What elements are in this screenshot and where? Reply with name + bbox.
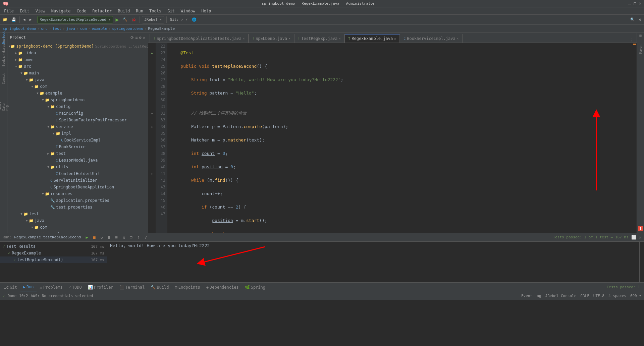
fold-icon-34[interactable]: ◇	[151, 125, 153, 128]
tree-item-config[interactable]: ▼ 📁 config	[7, 103, 148, 110]
close-button[interactable]: ✕	[639, 1, 641, 6]
project-close-icon[interactable]: ✕	[143, 35, 145, 40]
bottom-tab-git[interactable]: ⎇ Git	[1, 283, 20, 291]
run-tree-testreplacesecond[interactable]: ✓ testReplaceSecond() 167 ms	[0, 256, 107, 263]
tree-item-utils[interactable]: ▼ 📁 utils	[7, 164, 148, 170]
run-filter-btn[interactable]: ⊐	[128, 234, 135, 241]
tree-item-com-test[interactable]: ▼ 📁 com	[7, 224, 148, 231]
tree-item-java-main[interactable]: ▼ 📁 java	[7, 76, 148, 83]
fold-icon-32[interactable]: ◇	[151, 112, 153, 115]
run-tree-regexexample[interactable]: ✓ RegexExample 167 ms	[0, 250, 107, 256]
tree-item-test-folder[interactable]: ▶ 📁 test	[7, 150, 148, 157]
path-test[interactable]: test	[52, 26, 61, 31]
menu-file[interactable]: File	[1, 8, 16, 14]
tree-item-com-main[interactable]: ▼ 📁 com	[7, 83, 148, 90]
menu-help[interactable]: Help	[199, 8, 214, 14]
menu-navigate[interactable]: Navigate	[49, 8, 73, 14]
toolbar-forward-btn[interactable]: ▶	[28, 16, 33, 23]
project-layout-icon[interactable]: ≡	[135, 35, 138, 40]
menu-edit[interactable]: Edit	[17, 8, 32, 14]
toolbar-jrebel-config[interactable]: JRebel ▾	[142, 16, 164, 23]
tab-springbootdemoapplicationtests[interactable]: T SpringbootDemoApplicationTests.java ✕	[150, 34, 249, 43]
tree-item-mvn[interactable]: ▶ 📁 .mvn	[7, 56, 148, 63]
bottom-tab-build[interactable]: 🔨 Build	[148, 283, 171, 291]
statusbar-event-log[interactable]: Event Log	[521, 294, 541, 298]
tab-close-bookserviceimpl[interactable]: ✕	[457, 37, 459, 40]
menu-code[interactable]: Code	[74, 8, 89, 14]
run-rebuild-btn[interactable]: ↺	[98, 234, 105, 241]
menu-run[interactable]: Run	[133, 8, 146, 14]
run-maximize-btn[interactable]: ⬜	[631, 235, 636, 240]
menu-git[interactable]: Git	[165, 8, 177, 14]
tabs-more-btn[interactable]: ⋮	[629, 38, 635, 43]
statusbar-jrebel-console[interactable]: JRebel Console	[545, 294, 577, 298]
run-tree-testresults[interactable]: ✓ Test Results 167 ms	[0, 243, 107, 250]
tree-item-idea[interactable]: ▶ 📁 .idea	[7, 50, 148, 56]
menu-tools[interactable]: Tools	[147, 8, 164, 14]
minimize-button[interactable]: —	[628, 1, 631, 6]
tree-item-main[interactable]: ▼ 📁 main	[7, 70, 148, 76]
tree-item-resources[interactable]: ▼ 📁 resources	[7, 190, 148, 197]
project-filter-icon[interactable]: ⚙	[139, 35, 142, 40]
tree-item-springbootdemoapplication[interactable]: C SpringbootDemoApplication	[7, 184, 148, 190]
toolbar-settings-btn[interactable]: ⚙	[638, 16, 643, 23]
tree-item-example-test[interactable]: ▼ 📁 example	[7, 231, 148, 233]
run-tree-btn[interactable]: ⊞	[113, 234, 120, 241]
tree-item-bookservice[interactable]: I BookService	[7, 143, 148, 150]
path-com[interactable]: com	[80, 26, 87, 31]
statusbar-crlf[interactable]: CRLF	[580, 294, 589, 298]
bottom-tab-problems[interactable]: ⚠ Problems	[37, 283, 65, 291]
run-scrollbar[interactable]	[639, 242, 644, 282]
tree-item-impl[interactable]: ▼ 📁 impl	[7, 130, 148, 137]
sidebar-commit-icon[interactable]: Commit	[0, 75, 7, 82]
toolbar-project-btn[interactable]: 📁	[1, 16, 9, 23]
toolbar-run-config[interactable]: RegexExample.testReplaceSecond ▾	[37, 16, 113, 23]
menu-window[interactable]: Window	[178, 8, 198, 14]
maximize-button[interactable]: □	[634, 1, 636, 6]
tree-item-spelbean[interactable]: C SpelBeanFactoryPostProcessor	[7, 117, 148, 123]
bottom-tab-terminal[interactable]: ⬛ Terminal	[117, 283, 148, 291]
sidebar-notification-btn[interactable]: 1	[638, 226, 643, 231]
path-java[interactable]: java	[66, 26, 75, 31]
tree-item-example-main[interactable]: ▼ 📁 example	[7, 90, 148, 97]
sidebar-bookmarks-icon[interactable]: Bookmarks	[0, 55, 7, 62]
bottom-tab-run[interactable]: ▶ Run	[20, 283, 37, 291]
tree-item-lessonmodel[interactable]: C LessonModel.java	[7, 157, 148, 164]
path-springbootdemo[interactable]: springbootdemo	[112, 26, 143, 31]
sidebar-maven-label[interactable]: Maven	[638, 43, 643, 55]
statusbar-line-col[interactable]: 10:2	[19, 294, 28, 298]
tab-close-testregexp[interactable]: ✕	[339, 37, 341, 40]
toolbar-debug-btn[interactable]: 🐞	[130, 16, 138, 23]
toolbar-back-btn[interactable]: ◀	[22, 16, 27, 23]
run-close-btn[interactable]: ✕	[639, 235, 641, 240]
tab-close-springbootdemoapplicationtests[interactable]: ✕	[243, 37, 245, 40]
tree-item-test-src[interactable]: ▼ 📁 test	[7, 211, 148, 217]
fold-icon-41[interactable]: ◇	[151, 172, 153, 175]
tree-item-bookserviceimpl[interactable]: C BookServiceImpl	[7, 137, 148, 143]
tree-item-java-test[interactable]: ▼ 📁 java	[7, 217, 148, 224]
run-rerun-btn[interactable]: ▶	[84, 234, 90, 241]
statusbar-indent[interactable]: 4 spaces	[608, 294, 626, 298]
toolbar-build-btn[interactable]: 🔨	[121, 16, 129, 23]
sidebar-structure-icon[interactable]: Structure	[0, 41, 7, 48]
run-output[interactable]: Hello, world! How are you today?Hi2222	[107, 242, 639, 282]
bottom-tab-spring[interactable]: 🌿 Spring	[242, 283, 268, 291]
run-gutter-icon[interactable]: ▶	[151, 51, 153, 55]
tree-item-contentholderutil[interactable]: C ContentHolderUtil	[7, 170, 148, 177]
path-src[interactable]: src	[41, 26, 48, 31]
tab-close-regexexample[interactable]: ✕	[394, 37, 396, 41]
path-example[interactable]: example	[92, 26, 107, 31]
code-editor[interactable]: ▶ ◇ ◇	[148, 43, 637, 233]
run-sort-btn[interactable]: ⇅	[120, 234, 127, 241]
tab-testregexp[interactable]: T TestRegExp.java ✕	[294, 34, 344, 43]
menu-refactor[interactable]: Refactor	[90, 8, 114, 14]
tree-item-appproperties[interactable]: 🔧 application.properties	[7, 197, 148, 204]
run-import-btn[interactable]: ⭱	[135, 234, 142, 241]
tab-regexexample[interactable]: T RegexExample.java ✕	[344, 34, 400, 43]
run-export-btn[interactable]: ⤤	[143, 234, 149, 241]
tree-item-service[interactable]: ▼ 📁 service	[7, 123, 148, 130]
menu-view[interactable]: View	[33, 8, 48, 14]
statusbar-column[interactable]: 690 ▾	[630, 294, 641, 298]
titlebar-controls[interactable]: — □ ✕	[628, 1, 641, 6]
tree-item-springbootdemo-main[interactable]: ▼ 📁 springbootdemo	[7, 97, 148, 103]
